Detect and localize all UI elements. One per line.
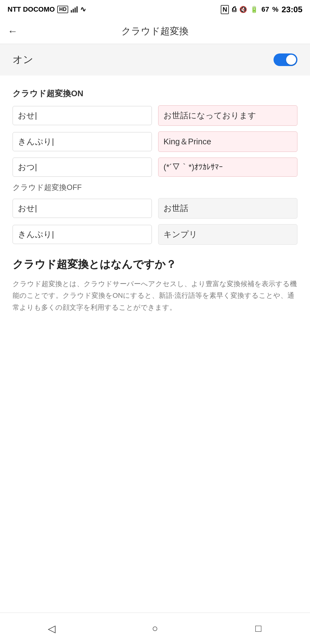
off-input-1[interactable] xyxy=(13,199,152,218)
off-section-title: クラウド超変換OFF xyxy=(13,182,297,192)
description-section: クラウド超変換とはなんですか？ クラウド超変換とは、クラウドサーバーへアクセスし… xyxy=(13,257,297,313)
vibrate-icon: 🔇 xyxy=(239,6,247,13)
nav-bar: ◁ ○ □ xyxy=(0,613,310,644)
description-title: クラウド超変換とはなんですか？ xyxy=(13,257,297,272)
nfc-icon: N xyxy=(221,5,229,14)
on-input-2[interactable] xyxy=(13,132,152,151)
wifi-icon: ∿ xyxy=(80,5,86,14)
battery-percent: % xyxy=(272,5,279,14)
battery-level: 67 xyxy=(261,5,269,14)
off-input-2[interactable] xyxy=(13,225,152,244)
main-content: クラウド超変換ON お世話になっております King＆Prince (*´▽｀*… xyxy=(0,75,310,613)
clock: 23:05 xyxy=(282,5,303,14)
battery-icon: 🔋 xyxy=(250,6,258,13)
nav-home-button[interactable]: ○ xyxy=(146,619,164,638)
signal-icon xyxy=(71,6,78,13)
page-title: クラウド超変換 xyxy=(25,25,285,38)
on-pair-1: お世話になっております xyxy=(13,105,297,126)
status-bar: NTT DOCOMO HD ∿ N ⎙ 🔇 🔋 67 % 23:05 xyxy=(0,0,310,19)
on-section: クラウド超変換ON お世話になっております King＆Prince (*´▽｀*… xyxy=(13,88,297,177)
on-pair-3: (*´▽｀*)ｵﾂｶﾚｻﾏｰ xyxy=(13,158,297,177)
back-button[interactable]: ← xyxy=(8,25,18,37)
on-output-2: King＆Prince xyxy=(158,131,297,152)
off-output-1: お世話 xyxy=(158,198,297,219)
off-pair-2: キンプリ xyxy=(13,224,297,245)
on-section-title: クラウド超変換ON xyxy=(13,88,297,99)
toggle-row: オン xyxy=(0,44,310,75)
nav-recent-button[interactable]: □ xyxy=(249,619,268,638)
on-input-3[interactable] xyxy=(13,158,152,177)
off-pair-1: お世話 xyxy=(13,198,297,219)
on-output-3: (*´▽｀*)ｵﾂｶﾚｻﾏｰ xyxy=(158,158,297,177)
on-output-1: お世話になっております xyxy=(158,105,297,126)
status-right: N ⎙ 🔇 🔋 67 % 23:05 xyxy=(221,5,302,14)
description-text: クラウド超変換とは、クラウドサーバーへアクセスし、より豊富な変換候補を表示する機… xyxy=(13,278,297,313)
carrier-text: NTT DOCOMO xyxy=(8,5,55,14)
hd-badge: HD xyxy=(57,6,68,13)
toolbar: ← クラウド超変換 xyxy=(0,19,310,44)
on-input-1[interactable] xyxy=(13,106,152,125)
cloud-toggle[interactable] xyxy=(274,53,297,66)
nav-back-button[interactable]: ◁ xyxy=(42,619,61,638)
off-section: クラウド超変換OFF お世話 キンプリ xyxy=(13,182,297,245)
status-carrier: NTT DOCOMO HD ∿ xyxy=(8,5,86,14)
on-pair-2: King＆Prince xyxy=(13,131,297,152)
toggle-label: オン xyxy=(13,53,33,67)
bluetooth-icon: ⎙ xyxy=(232,5,236,14)
off-output-2: キンプリ xyxy=(158,224,297,245)
